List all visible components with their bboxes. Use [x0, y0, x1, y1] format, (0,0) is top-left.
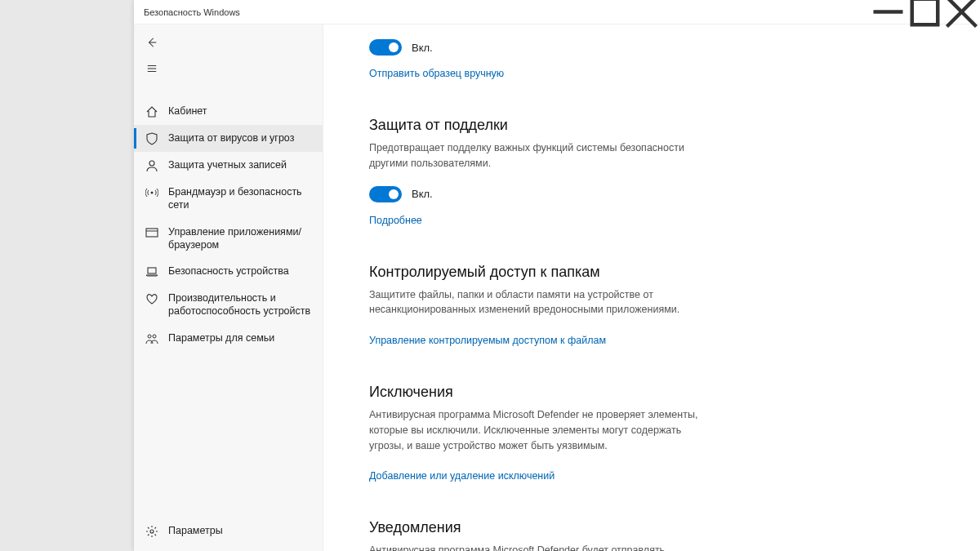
svg-point-9 [151, 192, 154, 194]
svg-point-13 [148, 335, 151, 338]
close-button[interactable] [943, 0, 980, 24]
tamper-title: Защита от подделки [369, 117, 712, 134]
sidebar-item-appbrowser[interactable]: Управление приложениями/браузером [134, 219, 323, 259]
hamburger-button[interactable] [136, 56, 168, 82]
minimize-button[interactable] [870, 0, 906, 24]
heart-icon [145, 292, 158, 305]
sidebar-item-label: Безопасность устройства [168, 264, 289, 278]
shield-icon [145, 132, 158, 145]
security-window: Безопасность Windows [134, 0, 980, 551]
content-area: Вкл. Отправить образец вручную Защита от… [323, 24, 980, 551]
home-icon [145, 105, 158, 118]
toggle-label: Вкл. [412, 42, 433, 54]
svg-point-15 [150, 530, 154, 533]
person-icon [145, 159, 158, 172]
sidebar-item-firewall[interactable]: Брандмауэр и безопасность сети [134, 179, 323, 219]
sidebar-item-label: Управление приложениями/браузером [168, 225, 313, 252]
auto-sample-toggle[interactable] [369, 39, 402, 56]
sidebar: Кабинет Защита от вирусов и угроз Защита… [134, 24, 323, 551]
family-icon [145, 332, 158, 345]
antenna-icon [145, 186, 158, 199]
sidebar-item-label: Параметры для семьи [168, 331, 274, 344]
svg-rect-10 [146, 229, 158, 237]
exclusions-title: Исключения [369, 384, 712, 401]
sidebar-item-settings[interactable]: Параметры [134, 518, 323, 544]
window-title: Безопасность Windows [144, 7, 870, 17]
tamper-toggle[interactable] [369, 186, 402, 202]
back-button[interactable] [136, 29, 168, 56]
browser-icon [145, 226, 158, 239]
submit-sample-link[interactable]: Отправить образец вручную [369, 68, 504, 79]
svg-point-8 [149, 161, 154, 166]
folders-title: Контролируемый доступ к папкам [369, 264, 712, 281]
tamper-more-link[interactable]: Подробнее [369, 215, 422, 226]
window-controls [870, 0, 980, 24]
sidebar-item-home[interactable]: Кабинет [134, 98, 323, 125]
svg-point-14 [153, 335, 156, 338]
exclusions-desc: Антивирусная программа Microsoft Defende… [369, 407, 712, 453]
svg-rect-1 [912, 0, 938, 24]
sidebar-item-label: Защита учетных записей [168, 158, 287, 171]
sidebar-item-account[interactable]: Защита учетных записей [134, 152, 323, 179]
svg-rect-12 [148, 268, 156, 273]
sidebar-item-device[interactable]: Безопасность устройства [134, 258, 323, 285]
folders-desc: Защитите файлы, папки и области памяти н… [369, 287, 712, 318]
sidebar-item-label: Защита от вирусов и угроз [168, 131, 294, 144]
laptop-icon [145, 265, 158, 278]
exclusions-manage-link[interactable]: Добавление или удаление исключений [369, 470, 555, 482]
sidebar-item-label: Параметры [168, 524, 223, 537]
folders-manage-link[interactable]: Управление контролируемым доступом к фай… [369, 335, 606, 346]
notifications-desc: Антивирусная программа Microsoft Defende… [369, 543, 712, 551]
maximize-button[interactable] [906, 0, 943, 24]
sidebar-item-label: Производительность и работоспособность у… [168, 291, 313, 318]
sidebar-item-label: Брандмауэр и безопасность сети [168, 185, 313, 212]
sidebar-item-family[interactable]: Параметры для семьи [134, 325, 323, 352]
toggle-label: Вкл. [412, 188, 433, 200]
tamper-desc: Предотвращает подделку важных функций си… [369, 140, 712, 171]
titlebar: Безопасность Windows [134, 0, 980, 24]
notifications-title: Уведомления [369, 519, 712, 536]
sidebar-item-performance[interactable]: Производительность и работоспособность у… [134, 285, 323, 325]
sidebar-item-label: Кабинет [168, 104, 207, 118]
gear-icon [145, 525, 158, 538]
sidebar-item-virus[interactable]: Защита от вирусов и угроз [134, 125, 323, 152]
